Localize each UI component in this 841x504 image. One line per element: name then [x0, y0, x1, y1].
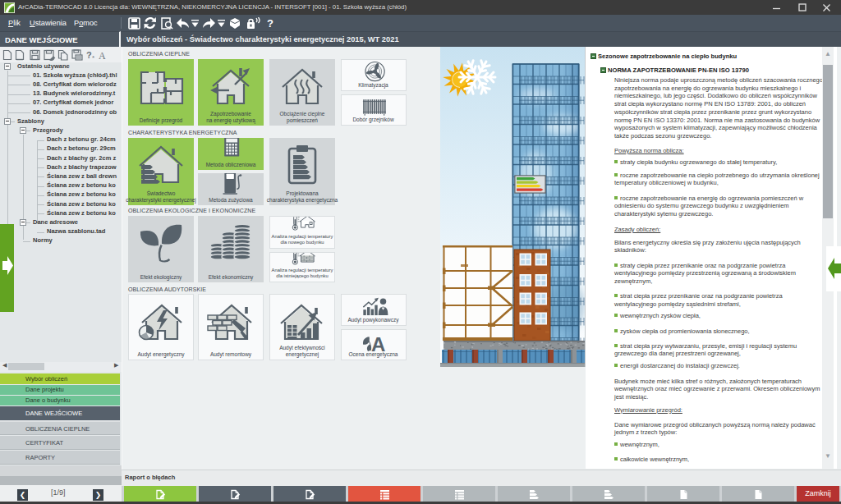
svg-text:A: A	[99, 50, 106, 61]
svg-text:?: ?	[267, 17, 273, 30]
svg-text:?: ?	[86, 50, 92, 60]
svg-text:*: *	[92, 54, 94, 61]
